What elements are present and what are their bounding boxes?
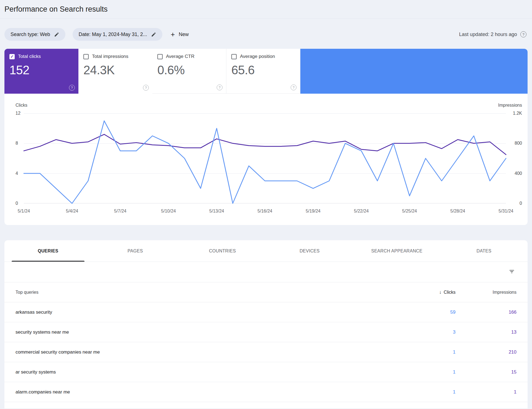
- x-tick: 5/1/24: [18, 209, 30, 214]
- tab-search-appearance[interactable]: SEARCH APPEARANCE: [353, 240, 441, 262]
- x-tick: 5/28/24: [450, 209, 465, 214]
- edit-pencil-icon: [151, 32, 156, 37]
- table-row[interactable]: security systems near me 3 13: [4, 322, 528, 342]
- dimensions-card: QUERIES PAGES COUNTRIES DEVICES SEARCH A…: [4, 240, 528, 408]
- x-tick: 5/10/24: [161, 209, 176, 214]
- last-updated-text: Last updated: 2 hours ago: [459, 32, 517, 37]
- x-tick: 5/4/24: [66, 209, 78, 214]
- clicks-cell: 1: [417, 349, 456, 355]
- table-toolbar: [4, 262, 528, 282]
- new-filter-button[interactable]: + New: [171, 31, 189, 38]
- impressions-cell: 166: [456, 310, 516, 315]
- chart-svg: [24, 113, 506, 203]
- table-header: Top queries ↓ Clicks Impressions: [4, 282, 528, 302]
- table-row[interactable]: alarm.companies near me 1 1: [4, 382, 528, 402]
- x-tick: 5/31/24: [498, 209, 513, 214]
- performance-card: ✓ Total clicks 152 ? ✓ Total impressions…: [4, 49, 528, 225]
- tab-devices[interactable]: DEVICES: [266, 240, 353, 262]
- clicks-line: [24, 121, 506, 203]
- checkbox-icon[interactable]: ✓: [231, 54, 237, 59]
- impressions-cell: 13: [456, 329, 516, 335]
- impressions-cell: 1: [456, 389, 516, 395]
- x-axis-labels: 5/1/24 5/4/24 5/7/24 5/10/24 5/13/24 5/1…: [24, 209, 506, 215]
- x-tick: 5/19/24: [306, 209, 320, 214]
- header-bar: Performance on Search results: [0, 0, 532, 19]
- checkbox-icon[interactable]: ✓: [9, 54, 15, 59]
- metric-value: 152: [9, 63, 73, 77]
- metric-tile-total-impressions[interactable]: ✓ Total impressions 24.3K ?: [78, 49, 152, 94]
- dimension-tabs: QUERIES PAGES COUNTRIES DEVICES SEARCH A…: [4, 240, 528, 262]
- column-header-impressions[interactable]: Impressions: [456, 290, 516, 295]
- checkbox-icon[interactable]: ✓: [83, 54, 89, 59]
- metric-value: 65.6: [231, 63, 295, 77]
- new-filter-label: New: [179, 32, 189, 37]
- x-tick: 5/22/24: [354, 209, 369, 214]
- plus-icon: +: [171, 31, 175, 38]
- query-cell: alarm.companies near me: [16, 389, 417, 395]
- tab-countries[interactable]: COUNTRIES: [179, 240, 266, 262]
- metric-label: Total clicks: [18, 54, 41, 59]
- filter-bar: Search type: Web Date: May 1, 2024-May 3…: [0, 19, 532, 41]
- clicks-cell: 1: [417, 369, 456, 375]
- y-tick-right: 0: [505, 201, 522, 206]
- x-tick: 5/13/24: [209, 209, 224, 214]
- date-range-chip-label: Date: May 1, 2024-May 31, 2...: [79, 32, 147, 37]
- performance-chart: Clicks Impressions 12 8 4 0 1.2K 800 400…: [4, 94, 528, 225]
- clicks-cell: 1: [417, 389, 456, 395]
- column-header-queries[interactable]: Top queries: [16, 290, 417, 295]
- impressions-cell: 210: [456, 349, 516, 355]
- metric-label: Average position: [240, 54, 275, 59]
- help-icon[interactable]: ?: [217, 85, 222, 90]
- metric-value: 24.3K: [83, 63, 147, 77]
- y-tick-right: 1.2K: [505, 111, 522, 116]
- metric-label: Average CTR: [166, 54, 195, 59]
- x-tick: 5/16/24: [257, 209, 272, 214]
- clicks-cell: 3: [417, 329, 456, 335]
- query-cell: arkansas security: [16, 310, 417, 315]
- query-cell: commercial security companies near me: [16, 349, 417, 355]
- y-tick-left: 0: [16, 201, 18, 206]
- page-title: Performance on Search results: [4, 5, 108, 14]
- table-row[interactable]: arkansas security 59 166: [4, 302, 528, 322]
- column-header-clicks[interactable]: ↓ Clicks: [417, 290, 456, 295]
- sort-descending-icon: ↓: [439, 290, 442, 295]
- x-tick: 5/25/24: [402, 209, 417, 214]
- tab-queries[interactable]: QUERIES: [4, 240, 92, 262]
- metric-tile-average-ctr[interactable]: ✓ Average CTR 0.6% ?: [152, 49, 226, 94]
- help-icon[interactable]: ?: [69, 85, 75, 91]
- checkbox-icon[interactable]: ✓: [157, 54, 163, 59]
- date-range-chip[interactable]: Date: May 1, 2024-May 31, 2...: [73, 28, 162, 41]
- help-icon[interactable]: ?: [143, 85, 149, 91]
- table-row[interactable]: commercial security companies near me 1 …: [4, 342, 528, 362]
- help-icon[interactable]: ?: [291, 85, 296, 90]
- y-tick-right: 400: [505, 171, 522, 176]
- filter-list-icon: [509, 269, 515, 275]
- edit-pencil-icon: [54, 32, 59, 37]
- metric-tile-total-clicks[interactable]: ✓ Total clicks 152 ?: [4, 49, 78, 94]
- query-cell: ar security systems: [16, 369, 417, 375]
- x-tick: 5/7/24: [114, 209, 126, 214]
- y-tick-left: 4: [16, 171, 18, 176]
- metric-tile-average-position[interactable]: ✓ Average position 65.6 ?: [226, 49, 300, 94]
- tab-dates[interactable]: DATES: [440, 240, 528, 262]
- metric-label: Total impressions: [92, 54, 128, 59]
- y-tick-left: 12: [16, 111, 21, 116]
- metric-value: 0.6%: [157, 63, 221, 77]
- query-cell: security systems near me: [16, 329, 417, 335]
- metric-tiles: ✓ Total clicks 152 ? ✓ Total impressions…: [4, 49, 528, 94]
- filter-rows-button[interactable]: [507, 267, 516, 277]
- table-row[interactable]: ar security systems 1 15: [4, 362, 528, 382]
- last-updated: Last updated: 2 hours ago ?: [459, 31, 526, 37]
- right-axis-title: Impressions: [492, 103, 522, 108]
- search-type-chip[interactable]: Search type: Web: [4, 28, 65, 41]
- search-type-chip-label: Search type: Web: [11, 32, 50, 37]
- left-axis-title: Clicks: [16, 103, 27, 108]
- y-tick-left: 8: [16, 140, 18, 146]
- clicks-cell: 59: [417, 310, 456, 315]
- help-icon[interactable]: ?: [520, 31, 526, 37]
- y-tick-right: 800: [505, 140, 522, 146]
- plot-area: [24, 113, 506, 203]
- impressions-cell: 15: [456, 369, 516, 375]
- tab-pages[interactable]: PAGES: [92, 240, 179, 262]
